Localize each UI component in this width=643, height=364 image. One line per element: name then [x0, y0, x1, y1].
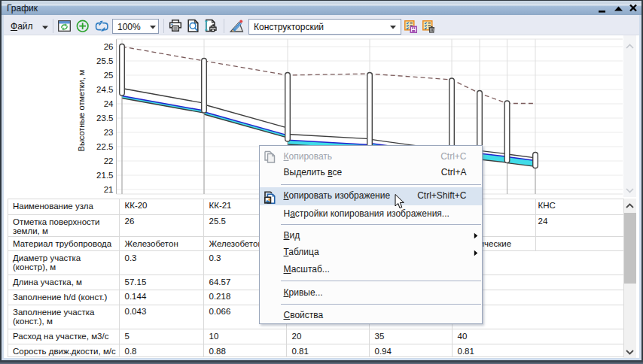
svg-text:25: 25: [104, 71, 114, 80]
svg-text:25.5: 25.5: [96, 56, 113, 65]
svg-text:26: 26: [104, 42, 114, 51]
svg-text:24: 24: [104, 99, 114, 108]
svg-text:22.5: 22.5: [96, 142, 113, 151]
svg-text:22: 22: [104, 156, 114, 165]
svg-text:24.5: 24.5: [96, 85, 113, 94]
svg-text:23: 23: [104, 128, 114, 137]
svg-text:21.5: 21.5: [96, 171, 113, 180]
svg-text:21: 21: [104, 185, 114, 194]
svg-text:23.5: 23.5: [96, 114, 113, 123]
svg-text:Высотные отметки, м: Высотные отметки, м: [77, 70, 86, 152]
